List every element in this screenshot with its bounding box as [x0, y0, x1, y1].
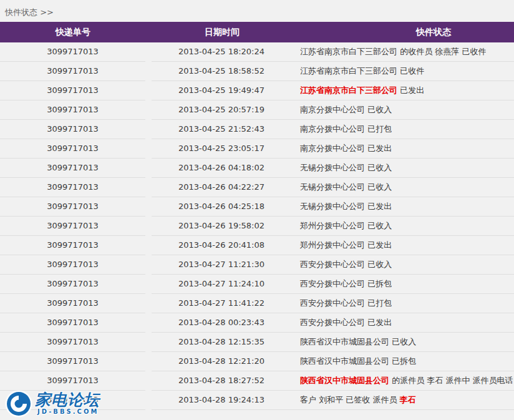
cell-right-group: 2013-04-27 11:24:10 西安分拨中心公司 已拆包: [152, 275, 514, 294]
table-row: 3099717013 2013-04-26 04:18:02 无锡分拨中心公司 …: [0, 159, 514, 178]
cell-datetime: 2013-04-25 19:49:47: [152, 81, 291, 100]
column-gap: [145, 294, 152, 313]
status-text: 西安分拨中心公司 已打包: [300, 298, 392, 308]
status-highlight-text: 李石: [400, 395, 416, 404]
cell-status: 西安分拨中心公司 已收入: [291, 255, 392, 274]
column-gap: [145, 313, 152, 333]
cell-tracking-number: 3099717013: [0, 255, 145, 275]
cell-status: 无锡分拨中心公司 已发出: [291, 197, 392, 216]
status-text: 南京分拨中心公司 已收入: [300, 105, 392, 114]
cell-datetime: 2013-04-25 20:57:19: [152, 100, 291, 119]
table-row: 3099717013 2013-04-27 11:21:30 西安分拨中心公司 …: [0, 255, 514, 275]
table-row: 3099717013 2013-04-26 04:22:27 无锡分拨中心公司 …: [0, 178, 514, 197]
cell-right-group: 2013-04-27 11:21:30 西安分拨中心公司 已收入: [152, 255, 514, 275]
cell-datetime: 2013-04-26 04:22:27: [152, 178, 291, 197]
cell-status: 无锡分拨中心公司 已收入: [291, 178, 392, 197]
cell-tracking-number: 3099717013: [0, 391, 145, 410]
cell-datetime: 2013-04-28 12:15:35: [152, 333, 291, 351]
column-gap: [145, 333, 152, 352]
column-gap: [145, 352, 152, 371]
cell-datetime: 2013-04-27 11:21:30: [152, 255, 291, 274]
cell-right-group: 2013-04-26 04:25:18 无锡分拨中心公司 已发出: [152, 197, 514, 217]
cell-tracking-number: 3099717013: [0, 294, 145, 313]
cell-status: 江苏省南京市白下三部公司 的收件员 徐燕萍 已收件: [291, 42, 486, 61]
cell-datetime: 2013-04-27 11:24:10: [152, 275, 291, 293]
status-text: 江苏省南京市白下三部公司 的收件员 徐燕萍 已收件: [300, 47, 486, 56]
cell-datetime: 2013-04-26 04:18:02: [152, 159, 291, 177]
cell-datetime: 2013-04-25 23:05:17: [152, 139, 291, 158]
cell-datetime: 2013-04-26 19:58:02: [152, 217, 291, 235]
table-row: 3099717013 2013-04-28 12:21:20 陕西省汉中市城固县…: [0, 352, 514, 371]
table-row: 3099717013 2013-04-25 21:52:43 南京分拨中心公司 …: [0, 120, 514, 139]
cell-right-group: 2013-04-26 19:58:02 郑州分拨中心公司 已收入: [152, 217, 514, 236]
cell-datetime: 2013-04-27 11:41:22: [152, 294, 291, 313]
table-row: 3099717013 2013-04-26 20:41:08 郑州分拨中心公司 …: [0, 236, 514, 255]
cell-tracking-number: 3099717013: [0, 100, 145, 120]
status-text: 江苏省南京市白下三部公司 已收件: [300, 66, 424, 76]
page-title: 快件状态 >>: [0, 0, 514, 22]
cell-status: 郑州分拨中心公司 已发出: [291, 236, 392, 255]
cell-datetime: 2013-04-28 19:24:13: [152, 391, 291, 409]
table-row: 3099717013 2013-04-25 23:05:17 南京分拨中心公司 …: [0, 139, 514, 159]
table-row: 3099717013 2013-04-27 11:41:22 西安分拨中心公司 …: [0, 294, 514, 313]
cell-right-group: 2013-04-25 21:52:43 南京分拨中心公司 已打包: [152, 120, 514, 139]
cell-tracking-number: 3099717013: [0, 42, 145, 62]
cell-tracking-number: 3099717013: [0, 352, 145, 371]
cell-status: 无锡分拨中心公司 已收入: [291, 159, 392, 177]
column-gap: [145, 139, 152, 159]
col-header-status: 快件状态: [416, 22, 451, 42]
cell-tracking-number: 3099717013: [0, 178, 145, 197]
column-gap: [145, 275, 152, 294]
cell-status: 西安分拨中心公司 已拆包: [291, 275, 392, 293]
column-gap: [145, 197, 152, 217]
cell-right-group: 2013-04-26 04:18:02 无锡分拨中心公司 已收入: [152, 159, 514, 178]
table-row: 3099717013 2013-04-26 19:58:02 郑州分拨中心公司 …: [0, 217, 514, 236]
column-gap: [145, 371, 152, 391]
cell-datetime: 2013-04-28 00:23:43: [152, 313, 291, 332]
cell-right-group: 2013-04-28 12:15:35 陕西省汉中市城固县公司 已收入: [152, 333, 514, 352]
cell-tracking-number: 3099717013: [0, 139, 145, 159]
cell-datetime: 2013-04-26 20:41:08: [152, 236, 291, 255]
cell-right-group: 2013-04-25 19:49:47 江苏省南京市白下三部公司 已发出: [152, 81, 514, 100]
status-text: 西安分拨中心公司 已收入: [300, 260, 392, 269]
table-row: 3099717013 2013-04-28 00:23:43 西安分拨中心公司 …: [0, 313, 514, 333]
cell-datetime: 2013-04-26 04:25:18: [152, 197, 291, 216]
column-gap: [145, 178, 152, 197]
col-header-datetime: 日期时间: [205, 22, 240, 42]
status-text: 南京分拨中心公司 已打包: [300, 124, 392, 134]
cell-tracking-number: 3099717013: [0, 120, 145, 139]
status-text: 已发出: [397, 85, 424, 95]
cell-status: 郑州分拨中心公司 已收入: [291, 217, 392, 235]
cell-tracking-number: 3099717013: [0, 197, 145, 217]
cell-tracking-number: 3099717013: [0, 159, 145, 178]
table-row: 3099717013 2013-04-28 12:15:35 陕西省汉中市城固县…: [0, 333, 514, 352]
table-row: 3099717013 2013-04-27 11:24:10 西安分拨中心公司 …: [0, 275, 514, 294]
column-gap: [145, 120, 152, 139]
cell-status: 陕西省汉中市城固县公司 已收入: [291, 333, 416, 351]
cell-tracking-number: 3099717013: [0, 236, 145, 255]
status-text: 客户 刘和平 已签收 派件员: [300, 395, 400, 404]
status-text: 陕西省汉中市城固县公司 已拆包: [300, 356, 416, 366]
cell-tracking-number: 3099717013: [0, 62, 145, 81]
column-gap: [145, 62, 152, 81]
cell-datetime: 2013-04-25 18:58:52: [152, 62, 291, 81]
cell-tracking-number: 3099717013: [0, 313, 145, 333]
status-text: 陕西省汉中市城固县公司 已收入: [300, 337, 416, 346]
status-highlight-text: 陕西省汉中市城固县公司: [300, 376, 389, 385]
column-gap: [145, 100, 152, 120]
table-row: 3099717013 2013-04-28 18:27:52 陕西省汉中市城固县…: [0, 371, 514, 391]
cell-datetime: 2013-04-28 18:27:52: [152, 371, 291, 390]
column-gap: [145, 217, 152, 236]
cell-status: 西安分拨中心公司 已发出: [291, 313, 392, 332]
column-gap: [145, 81, 152, 100]
cell-tracking-number: 3099717013: [0, 371, 145, 391]
cell-datetime: 2013-04-25 18:20:24: [152, 42, 291, 61]
column-gap: [145, 391, 152, 410]
status-text: 西安分拨中心公司 已发出: [300, 318, 392, 327]
cell-status: 客户 刘和平 已签收 派件员 李石: [291, 391, 416, 409]
table-row: 3099717013 2013-04-25 18:58:52 江苏省南京市白下三…: [0, 62, 514, 81]
cell-tracking-number: 3099717013: [0, 81, 145, 100]
cell-right-group: 2013-04-25 18:20:24 江苏省南京市白下三部公司 的收件员 徐燕…: [152, 42, 514, 62]
cell-tracking-number: 3099717013: [0, 217, 145, 236]
cell-status: 南京分拨中心公司 已打包: [291, 120, 392, 139]
